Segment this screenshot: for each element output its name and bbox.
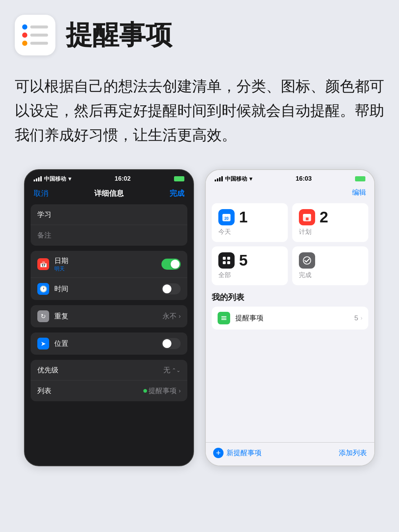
planned-icon: ▦ xyxy=(299,209,315,225)
location-toggle[interactable] xyxy=(161,338,181,349)
add-reminder-icon: + xyxy=(213,448,224,458)
icon-line-2 xyxy=(22,33,48,38)
repeat-icon: ↻ xyxy=(37,310,49,322)
list-item-icon xyxy=(218,312,230,324)
date-icon: 📅 xyxy=(37,258,49,270)
form-row-location: ➤ 位置 xyxy=(31,332,187,355)
done-icon xyxy=(299,252,315,269)
edit-button[interactable]: 编辑 xyxy=(352,188,366,197)
form-section-datetime: 📅 日期 明天 🕐 时间 xyxy=(31,251,187,300)
planned-count: 2 xyxy=(320,209,328,225)
priority-value: 无 xyxy=(163,365,170,375)
app-header: 提醒事项 xyxy=(15,15,384,55)
done-button[interactable]: 完成 xyxy=(170,188,184,198)
signal-icon-2 xyxy=(215,176,223,181)
name-input[interactable]: 学习 xyxy=(37,210,181,219)
done-label: 完成 xyxy=(299,271,362,279)
form-row-notes: 备注 xyxy=(31,225,187,246)
date-sublabel: 明天 xyxy=(54,266,161,272)
form-section-location: ➤ 位置 xyxy=(31,332,187,355)
add-list-button[interactable]: 添加列表 xyxy=(339,448,367,458)
list-item-reminders[interactable]: 提醒事项 5 › xyxy=(212,307,368,330)
repeat-value: 永不 xyxy=(163,311,177,321)
page-title: 提醒事项 xyxy=(66,17,172,53)
svg-text:20: 20 xyxy=(224,216,229,221)
time-2: 16:03 xyxy=(296,175,311,183)
date-toggle[interactable] xyxy=(161,259,181,270)
today-count: 1 xyxy=(239,209,248,225)
icon-bar-2 xyxy=(30,34,48,37)
cards-grid: 20 1 今天 ▦ xyxy=(206,201,374,290)
repeat-label: 重复 xyxy=(54,311,163,321)
svg-rect-1 xyxy=(222,214,231,216)
topbar-2: 编辑 xyxy=(206,185,374,201)
phones-container: 中国移动 ▾ 16:02 取消 详细信息 完成 学习 xyxy=(15,169,384,466)
time-icon: 🕐 xyxy=(37,283,49,295)
battery-icon-1 xyxy=(174,176,184,181)
time-toggle[interactable] xyxy=(161,283,181,294)
list-item-count: 5 xyxy=(354,314,358,322)
nav-title-1: 详细信息 xyxy=(94,188,124,198)
card-all[interactable]: 5 全部 xyxy=(212,246,288,285)
carrier-2: 中国移动 xyxy=(225,175,247,183)
form-row-priority[interactable]: 优先级 无 ⌃⌄ xyxy=(31,360,187,381)
all-label: 全部 xyxy=(218,271,281,279)
list-label: 列表 xyxy=(37,386,143,396)
phone-2-body: 中国移动 ▾ 16:03 编辑 xyxy=(206,170,374,466)
phone-1: 中国移动 ▾ 16:02 取消 详细信息 完成 学习 xyxy=(24,169,194,466)
svg-rect-9 xyxy=(227,261,230,264)
card-done[interactable]: 完成 xyxy=(292,246,368,285)
form-row-time: 🕐 时间 xyxy=(31,278,187,300)
status-bar-2: 中国移动 ▾ 16:03 xyxy=(206,170,374,185)
svg-rect-8 xyxy=(223,261,226,264)
list-value: 提醒事项 xyxy=(149,386,177,396)
time-1: 16:02 xyxy=(115,175,130,183)
form-row-repeat[interactable]: ↻ 重复 永不 › xyxy=(31,305,187,327)
cancel-button[interactable]: 取消 xyxy=(34,188,48,198)
form-row-list[interactable]: 列表 提醒事项 › xyxy=(31,381,187,401)
list-dot xyxy=(143,389,147,393)
priority-label: 优先级 xyxy=(37,365,163,375)
status-bar-1: 中国移动 ▾ 16:02 xyxy=(25,170,193,185)
chevron-icon: › xyxy=(179,313,181,320)
form-section-name: 学习 备注 xyxy=(31,204,187,246)
svg-rect-4 xyxy=(303,214,311,216)
icon-bar-1 xyxy=(30,25,48,28)
date-label: 日期 xyxy=(54,256,161,266)
app-icon xyxy=(15,15,55,55)
svg-rect-7 xyxy=(227,257,230,260)
icon-line-3 xyxy=(22,41,48,46)
form-row-date: 📅 日期 明天 xyxy=(31,251,187,278)
location-label: 位置 xyxy=(54,339,161,348)
wifi-icon-1: ▾ xyxy=(68,175,71,182)
today-icon: 20 xyxy=(218,209,235,225)
card-planned[interactable]: ▦ 2 计划 xyxy=(292,203,368,242)
new-reminder-button[interactable]: + 新提醒事项 xyxy=(213,448,262,458)
svg-rect-6 xyxy=(223,257,226,260)
bottom-bar: + 新提醒事项 添加列表 xyxy=(206,442,374,466)
all-count: 5 xyxy=(239,253,248,268)
planned-label: 计划 xyxy=(299,228,362,236)
description-text: 可以根据自己的想法去创建清单，分类、图标、颜色都可以设定，然后再定好提醒时间到时… xyxy=(15,74,384,147)
nav-bar-1: 取消 详细信息 完成 xyxy=(25,185,193,204)
carrier-1: 中国移动 xyxy=(44,175,66,183)
list-section: 提醒事项 5 › xyxy=(212,307,368,330)
icon-bar-3 xyxy=(30,42,48,45)
icon-dot-red xyxy=(22,33,27,38)
form-row-name: 学习 xyxy=(31,204,187,225)
all-icon xyxy=(218,252,235,269)
status-left-2: 中国移动 ▾ xyxy=(215,175,252,183)
form-section-priority: 优先级 无 ⌃⌄ 列表 提醒事项 › xyxy=(31,360,187,401)
form-container: 学习 备注 📅 日期 明天 xyxy=(25,204,193,401)
wifi-icon-2: ▾ xyxy=(249,175,252,182)
time-label: 时间 xyxy=(54,284,161,294)
date-inner: 日期 明天 xyxy=(54,256,161,272)
status-right-2 xyxy=(355,176,365,181)
notes-placeholder[interactable]: 备注 xyxy=(37,231,51,240)
battery-icon-2 xyxy=(355,176,365,181)
location-icon: ➤ xyxy=(37,338,49,349)
icon-dot-orange xyxy=(22,41,27,46)
signal-icon xyxy=(34,176,42,181)
new-reminder-label: 新提醒事项 xyxy=(226,448,262,458)
card-today[interactable]: 20 1 今天 xyxy=(212,203,288,242)
